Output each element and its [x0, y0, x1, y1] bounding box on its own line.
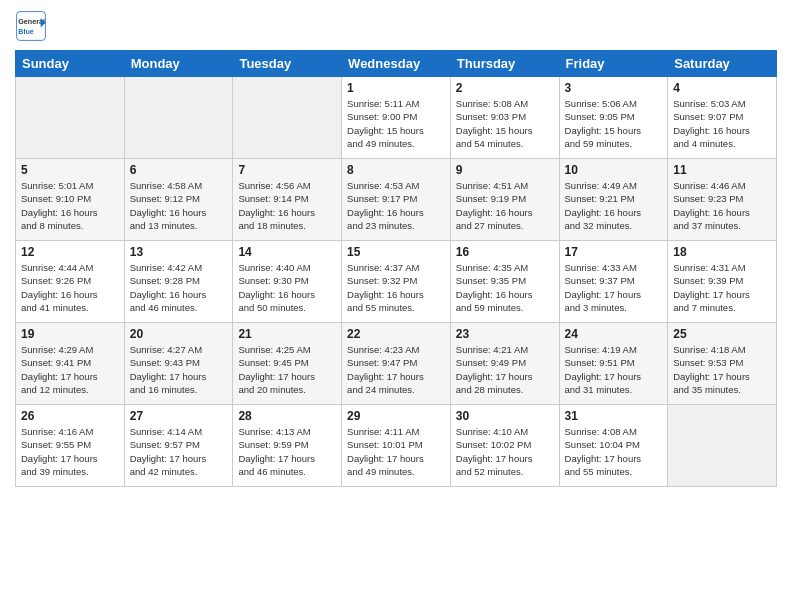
day-cell: 2Sunrise: 5:08 AM Sunset: 9:03 PM Daylig…: [450, 77, 559, 159]
day-cell: 21Sunrise: 4:25 AM Sunset: 9:45 PM Dayli…: [233, 323, 342, 405]
day-cell: 24Sunrise: 4:19 AM Sunset: 9:51 PM Dayli…: [559, 323, 668, 405]
day-number: 9: [456, 163, 554, 177]
day-cell: 7Sunrise: 4:56 AM Sunset: 9:14 PM Daylig…: [233, 159, 342, 241]
day-info: Sunrise: 4:23 AM Sunset: 9:47 PM Dayligh…: [347, 343, 445, 396]
week-row-5: 26Sunrise: 4:16 AM Sunset: 9:55 PM Dayli…: [16, 405, 777, 487]
day-info: Sunrise: 4:16 AM Sunset: 9:55 PM Dayligh…: [21, 425, 119, 478]
day-info: Sunrise: 5:08 AM Sunset: 9:03 PM Dayligh…: [456, 97, 554, 150]
day-number: 6: [130, 163, 228, 177]
day-info: Sunrise: 4:18 AM Sunset: 9:53 PM Dayligh…: [673, 343, 771, 396]
header-cell-thursday: Thursday: [450, 51, 559, 77]
day-info: Sunrise: 4:46 AM Sunset: 9:23 PM Dayligh…: [673, 179, 771, 232]
day-cell: 16Sunrise: 4:35 AM Sunset: 9:35 PM Dayli…: [450, 241, 559, 323]
day-cell: 30Sunrise: 4:10 AM Sunset: 10:02 PM Dayl…: [450, 405, 559, 487]
day-info: Sunrise: 4:37 AM Sunset: 9:32 PM Dayligh…: [347, 261, 445, 314]
day-number: 4: [673, 81, 771, 95]
day-info: Sunrise: 4:53 AM Sunset: 9:17 PM Dayligh…: [347, 179, 445, 232]
day-info: Sunrise: 4:58 AM Sunset: 9:12 PM Dayligh…: [130, 179, 228, 232]
day-number: 27: [130, 409, 228, 423]
day-number: 25: [673, 327, 771, 341]
day-number: 20: [130, 327, 228, 341]
day-number: 15: [347, 245, 445, 259]
day-info: Sunrise: 4:40 AM Sunset: 9:30 PM Dayligh…: [238, 261, 336, 314]
day-number: 30: [456, 409, 554, 423]
day-cell: 14Sunrise: 4:40 AM Sunset: 9:30 PM Dayli…: [233, 241, 342, 323]
day-number: 19: [21, 327, 119, 341]
day-cell: 31Sunrise: 4:08 AM Sunset: 10:04 PM Dayl…: [559, 405, 668, 487]
day-info: Sunrise: 4:25 AM Sunset: 9:45 PM Dayligh…: [238, 343, 336, 396]
day-cell: 28Sunrise: 4:13 AM Sunset: 9:59 PM Dayli…: [233, 405, 342, 487]
logo-icon: General Blue: [15, 10, 47, 42]
header-cell-wednesday: Wednesday: [342, 51, 451, 77]
week-row-1: 1Sunrise: 5:11 AM Sunset: 9:00 PM Daylig…: [16, 77, 777, 159]
day-number: 21: [238, 327, 336, 341]
day-cell: 10Sunrise: 4:49 AM Sunset: 9:21 PM Dayli…: [559, 159, 668, 241]
logo: General Blue: [15, 10, 47, 42]
day-cell: 27Sunrise: 4:14 AM Sunset: 9:57 PM Dayli…: [124, 405, 233, 487]
day-cell: 6Sunrise: 4:58 AM Sunset: 9:12 PM Daylig…: [124, 159, 233, 241]
day-info: Sunrise: 4:49 AM Sunset: 9:21 PM Dayligh…: [565, 179, 663, 232]
day-cell: 9Sunrise: 4:51 AM Sunset: 9:19 PM Daylig…: [450, 159, 559, 241]
day-info: Sunrise: 4:31 AM Sunset: 9:39 PM Dayligh…: [673, 261, 771, 314]
header-row: SundayMondayTuesdayWednesdayThursdayFrid…: [16, 51, 777, 77]
day-cell: [124, 77, 233, 159]
day-info: Sunrise: 4:56 AM Sunset: 9:14 PM Dayligh…: [238, 179, 336, 232]
day-number: 13: [130, 245, 228, 259]
header-cell-monday: Monday: [124, 51, 233, 77]
day-info: Sunrise: 4:44 AM Sunset: 9:26 PM Dayligh…: [21, 261, 119, 314]
day-number: 8: [347, 163, 445, 177]
day-cell: [668, 405, 777, 487]
day-info: Sunrise: 4:51 AM Sunset: 9:19 PM Dayligh…: [456, 179, 554, 232]
svg-text:Blue: Blue: [18, 27, 34, 36]
day-number: 7: [238, 163, 336, 177]
day-number: 22: [347, 327, 445, 341]
day-cell: 3Sunrise: 5:06 AM Sunset: 9:05 PM Daylig…: [559, 77, 668, 159]
header-cell-sunday: Sunday: [16, 51, 125, 77]
day-info: Sunrise: 4:42 AM Sunset: 9:28 PM Dayligh…: [130, 261, 228, 314]
day-info: Sunrise: 4:27 AM Sunset: 9:43 PM Dayligh…: [130, 343, 228, 396]
calendar: SundayMondayTuesdayWednesdayThursdayFrid…: [15, 50, 777, 487]
day-number: 2: [456, 81, 554, 95]
day-cell: 29Sunrise: 4:11 AM Sunset: 10:01 PM Dayl…: [342, 405, 451, 487]
page: General Blue SundayMondayTuesdayWednesda…: [0, 0, 792, 497]
day-info: Sunrise: 4:11 AM Sunset: 10:01 PM Daylig…: [347, 425, 445, 478]
day-info: Sunrise: 4:33 AM Sunset: 9:37 PM Dayligh…: [565, 261, 663, 314]
day-cell: 20Sunrise: 4:27 AM Sunset: 9:43 PM Dayli…: [124, 323, 233, 405]
day-cell: 19Sunrise: 4:29 AM Sunset: 9:41 PM Dayli…: [16, 323, 125, 405]
week-row-3: 12Sunrise: 4:44 AM Sunset: 9:26 PM Dayli…: [16, 241, 777, 323]
header: General Blue: [15, 10, 777, 42]
day-number: 14: [238, 245, 336, 259]
week-row-2: 5Sunrise: 5:01 AM Sunset: 9:10 PM Daylig…: [16, 159, 777, 241]
day-cell: 26Sunrise: 4:16 AM Sunset: 9:55 PM Dayli…: [16, 405, 125, 487]
day-info: Sunrise: 4:29 AM Sunset: 9:41 PM Dayligh…: [21, 343, 119, 396]
day-number: 28: [238, 409, 336, 423]
day-info: Sunrise: 5:03 AM Sunset: 9:07 PM Dayligh…: [673, 97, 771, 150]
header-cell-saturday: Saturday: [668, 51, 777, 77]
day-info: Sunrise: 4:10 AM Sunset: 10:02 PM Daylig…: [456, 425, 554, 478]
day-cell: 1Sunrise: 5:11 AM Sunset: 9:00 PM Daylig…: [342, 77, 451, 159]
day-number: 26: [21, 409, 119, 423]
day-cell: [16, 77, 125, 159]
day-info: Sunrise: 5:11 AM Sunset: 9:00 PM Dayligh…: [347, 97, 445, 150]
day-cell: 11Sunrise: 4:46 AM Sunset: 9:23 PM Dayli…: [668, 159, 777, 241]
day-info: Sunrise: 4:35 AM Sunset: 9:35 PM Dayligh…: [456, 261, 554, 314]
day-info: Sunrise: 5:06 AM Sunset: 9:05 PM Dayligh…: [565, 97, 663, 150]
day-number: 12: [21, 245, 119, 259]
day-number: 24: [565, 327, 663, 341]
day-number: 11: [673, 163, 771, 177]
day-number: 3: [565, 81, 663, 95]
day-cell: 15Sunrise: 4:37 AM Sunset: 9:32 PM Dayli…: [342, 241, 451, 323]
day-number: 16: [456, 245, 554, 259]
day-info: Sunrise: 5:01 AM Sunset: 9:10 PM Dayligh…: [21, 179, 119, 232]
day-cell: 17Sunrise: 4:33 AM Sunset: 9:37 PM Dayli…: [559, 241, 668, 323]
header-cell-tuesday: Tuesday: [233, 51, 342, 77]
day-number: 10: [565, 163, 663, 177]
day-info: Sunrise: 4:21 AM Sunset: 9:49 PM Dayligh…: [456, 343, 554, 396]
day-number: 31: [565, 409, 663, 423]
day-number: 5: [21, 163, 119, 177]
day-cell: 25Sunrise: 4:18 AM Sunset: 9:53 PM Dayli…: [668, 323, 777, 405]
day-cell: [233, 77, 342, 159]
header-cell-friday: Friday: [559, 51, 668, 77]
day-number: 18: [673, 245, 771, 259]
day-cell: 23Sunrise: 4:21 AM Sunset: 9:49 PM Dayli…: [450, 323, 559, 405]
